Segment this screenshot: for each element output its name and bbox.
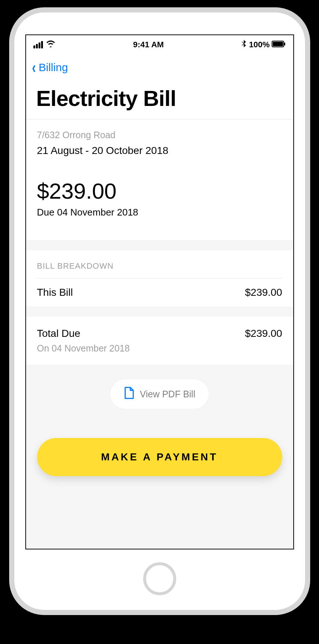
app-screen: 9:41 AM 100% ‹ Billing Electricity Bill …	[25, 34, 294, 549]
total-value: $239.00	[245, 328, 282, 339]
breakdown-value: $239.00	[245, 287, 282, 298]
status-time: 9:41 AM	[133, 40, 164, 49]
status-bar: 9:41 AM 100%	[26, 35, 293, 53]
home-button[interactable]	[143, 562, 176, 595]
battery-percent: 100%	[249, 40, 269, 49]
nav-back-button[interactable]: ‹ Billing	[26, 53, 293, 79]
status-left	[33, 40, 55, 49]
svg-rect-2	[284, 43, 285, 45]
breakdown-row: This Bill $239.00	[37, 287, 282, 298]
section-gap	[26, 306, 293, 317]
bill-date-range: 21 August - 20 October 2018	[37, 145, 282, 157]
bluetooth-icon	[242, 40, 247, 50]
nav-back-label: Billing	[39, 61, 68, 74]
wifi-icon	[46, 40, 55, 49]
bottom-area: View PDF Bill MAKE A PAYMENT	[26, 365, 293, 549]
total-date: On 04 November 2018	[37, 343, 282, 354]
page-title: Electricity Bill	[26, 79, 293, 119]
status-right: 100%	[242, 40, 286, 50]
breakdown-header: BILL BREAKDOWN	[37, 261, 282, 271]
document-icon	[124, 387, 134, 401]
total-label: Total Due	[37, 328, 80, 339]
signal-icon	[33, 41, 43, 48]
bill-due-date: Due 04 November 2018	[37, 207, 282, 218]
battery-icon	[272, 40, 286, 49]
bill-amount: $239.00	[37, 179, 282, 204]
divider	[37, 278, 282, 279]
section-gap	[26, 240, 293, 250]
bill-address: 7/632 Orrong Road	[37, 130, 282, 140]
total-row: Total Due $239.00	[37, 328, 282, 339]
make-payment-button[interactable]: MAKE A PAYMENT	[37, 438, 282, 476]
bill-breakdown-section: BILL BREAKDOWN This Bill $239.00	[26, 250, 293, 306]
svg-rect-1	[273, 42, 283, 46]
breakdown-label: This Bill	[37, 287, 73, 298]
phone-frame: 9:41 AM 100% ‹ Billing Electricity Bill …	[9, 7, 310, 615]
view-pdf-button[interactable]: View PDF Bill	[110, 379, 209, 409]
total-section: Total Due $239.00 On 04 November 2018	[26, 317, 293, 365]
bill-summary: 7/632 Orrong Road 21 August - 20 October…	[26, 119, 293, 240]
chevron-left-icon: ‹	[32, 59, 36, 76]
view-pdf-label: View PDF Bill	[140, 389, 195, 400]
